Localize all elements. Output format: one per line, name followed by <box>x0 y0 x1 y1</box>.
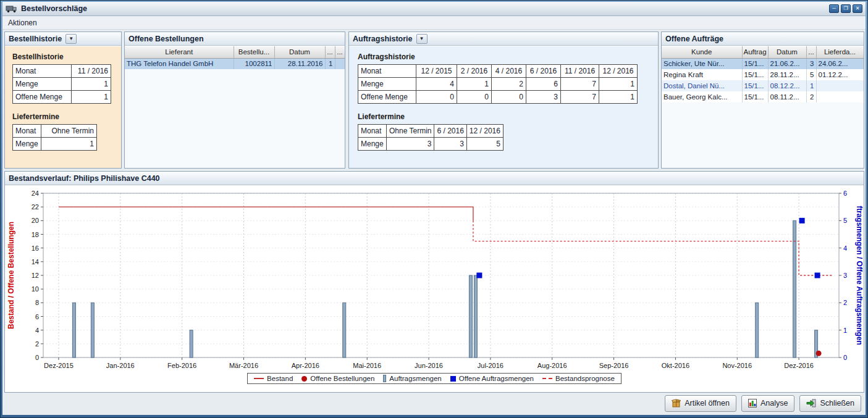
panel-bestellhistorie: Bestellhistorie ▼ Bestellhistorie Monat … <box>4 31 122 169</box>
table-header-row: Kunde Auftrag Datum ... Lieferda... <box>662 46 864 58</box>
cell-menge: 3 <box>434 138 466 151</box>
menubar: Aktionen <box>2 17 866 30</box>
panel-bestandsverlauf-header: Bestandsverlauf: Philips Philishave C440 <box>5 172 864 185</box>
legend-label: Bestand <box>267 375 293 382</box>
schliessen-button[interactable]: Schließen <box>799 395 861 412</box>
table-row[interactable]: Regina Kraft 15/1... 28.11.2... 5 01.12.… <box>662 69 864 80</box>
svg-text:Aug-2016: Aug-2016 <box>537 362 567 369</box>
legend-label: Offene Bestellungen <box>310 375 374 382</box>
table-row[interactable]: Schicker, Ute Nür... 15/1... 21.06.2... … <box>662 58 864 69</box>
truck-icon <box>6 4 17 13</box>
bar-chart-icon <box>748 399 757 408</box>
column-header[interactable]: ... <box>325 46 335 58</box>
cell-lieferdatum: 01.12.2... <box>816 69 864 80</box>
cell-auftrag: 15/1... <box>742 58 768 69</box>
svg-text:4: 4 <box>843 245 847 252</box>
svg-text:2: 2 <box>843 299 847 306</box>
panel-title: Offene Bestellungen <box>129 35 204 43</box>
cell-menge: 1 <box>457 78 492 91</box>
svg-text:0: 0 <box>843 354 847 361</box>
svg-text:5: 5 <box>843 217 847 224</box>
panel-bestandsverlauf: Bestandsverlauf: Philips Philishave C440… <box>4 171 864 393</box>
svg-text:Okt-2016: Okt-2016 <box>662 362 689 369</box>
column-header[interactable]: ... <box>335 46 345 58</box>
panel-auftragshistorie-header: Auftragshistorie ▼ <box>349 32 658 46</box>
svg-text:Mär-2016: Mär-2016 <box>229 362 258 369</box>
offene-auftraege-table: Kunde Auftrag Datum ... Lieferda... Schi… <box>662 46 864 102</box>
svg-text:Sep-2016: Sep-2016 <box>599 362 629 369</box>
svg-text:Jul-2016: Jul-2016 <box>478 362 504 369</box>
cell-kunde: Bauer, Georg Kalc... <box>662 91 742 102</box>
dot-sample-icon <box>301 376 307 382</box>
bestellhistorie-dropdown-button[interactable]: ▼ <box>65 34 77 44</box>
legend-item-offene-auftragsmengen: Offene Auftragsmengen <box>450 375 534 382</box>
cell-datum: 28.11.2016 <box>274 58 325 69</box>
auftragshistorie-dropdown-button[interactable]: ▼ <box>416 34 428 44</box>
offene-bestellungen-table: Lieferant Bestellu... Datum ... ... THG … <box>125 46 345 69</box>
menu-aktionen[interactable]: Aktionen <box>2 17 43 28</box>
svg-text:12: 12 <box>32 272 39 279</box>
row-label: Monat <box>358 65 416 78</box>
table-row: Monat 11 / 2016 <box>13 65 111 78</box>
analyse-button[interactable]: Analyse <box>741 395 794 412</box>
cell-kunde: Dostal, Daniel Nü... <box>662 80 742 91</box>
column-header[interactable]: Datum <box>768 46 806 58</box>
cell-lieferdatum <box>816 80 864 91</box>
legend-label: Auftragsmengen <box>389 375 441 382</box>
cell-menge: 4 <box>416 78 457 91</box>
chart-legend: Bestand Offene Bestellungen Auftragsmeng… <box>247 373 622 384</box>
button-label: Analyse <box>761 399 788 408</box>
close-button[interactable]: ✕ <box>853 4 862 13</box>
cell-menge: 1 <box>599 78 638 91</box>
cell-monat: 12 / 2016 <box>599 65 638 78</box>
cell-lieferdatum <box>816 91 864 102</box>
window-controls: ─ ❐ ✕ <box>829 4 862 13</box>
table-row[interactable]: Dostal, Daniel Nü... 15/1... 08.12.2... … <box>662 80 864 91</box>
exit-arrow-icon <box>806 399 816 408</box>
cell-offene-menge: 7 <box>561 91 599 104</box>
table-row[interactable]: THG Telefon Handel GmbH 1002811 28.11.20… <box>125 58 345 69</box>
window-frame: Bestellvorschläge ─ ❐ ✕ Aktionen Bestell… <box>0 0 868 418</box>
cell-offene-menge: 0 <box>457 91 492 104</box>
cell-monat: 6 / 2016 <box>526 65 561 78</box>
panel-offene-auftraege-header: Offene Aufträge <box>662 32 864 46</box>
cell-monat: 4 / 2016 <box>492 65 526 78</box>
column-header[interactable]: Lieferant <box>125 46 234 58</box>
row-value: Ohne Termin <box>41 125 97 138</box>
column-header[interactable]: Auftrag <box>742 46 768 58</box>
svg-text:Feb-2016: Feb-2016 <box>167 362 196 369</box>
table-row: Monat Ohne Termin <box>13 125 97 138</box>
panel-auftragshistorie: Auftragshistorie ▼ Auftragshistorie Mona… <box>348 31 659 169</box>
svg-text:3: 3 <box>843 272 847 279</box>
bottom-toolbar: Artikel öffnen Analyse <box>2 391 866 415</box>
cell-menge: 6 <box>526 78 561 91</box>
offene-bestellungen-body: Lieferant Bestellu... Datum ... ... THG … <box>125 46 345 168</box>
cell-monat: Ohne Termin <box>387 125 434 138</box>
bestandsverlauf-chart-area: 0246810121416182022240123456Dez-2015Jan-… <box>5 186 864 392</box>
chevron-down-icon: ▼ <box>69 36 74 41</box>
artikel-oeffnen-button[interactable]: Artikel öffnen <box>665 395 736 412</box>
table-row: Menge 1 <box>13 138 97 151</box>
legend-item-bestandsprognose: Bestandsprognose <box>542 375 615 382</box>
panel-title: Offene Aufträge <box>665 35 723 43</box>
column-header[interactable]: Kunde <box>662 46 742 58</box>
row-label: Menge <box>358 138 387 151</box>
panel-offene-auftraege: Offene Aufträge Kunde Auftrag Datum ... … <box>661 31 864 169</box>
auftragshistorie-table: Monat 12 / 2015 2 / 2016 4 / 2016 6 / 20… <box>358 64 638 104</box>
svg-text:6: 6 <box>35 313 39 320</box>
cell-datum: 08.11.2... <box>768 91 806 102</box>
row-label: Offene Menge <box>358 91 416 104</box>
button-label: Schließen <box>820 399 854 408</box>
package-icon <box>672 399 681 408</box>
column-header[interactable]: Bestellu... <box>234 46 274 58</box>
cell-bestellung: 1002811 <box>234 58 274 69</box>
svg-text:4: 4 <box>35 327 39 334</box>
liefertermine-heading: Liefertermine <box>358 112 651 121</box>
bestandsverlauf-chart: 0246810121416182022240123456Dez-2015Jan-… <box>5 186 864 372</box>
column-header[interactable]: Lieferda... <box>816 46 864 58</box>
restore-button[interactable]: ❐ <box>841 4 851 13</box>
table-row[interactable]: Bauer, Georg Kalc... 15/1... 08.11.2... … <box>662 91 864 102</box>
column-header[interactable]: Datum <box>274 46 325 58</box>
column-header[interactable]: ... <box>806 46 816 58</box>
minimize-button[interactable]: ─ <box>829 4 839 13</box>
